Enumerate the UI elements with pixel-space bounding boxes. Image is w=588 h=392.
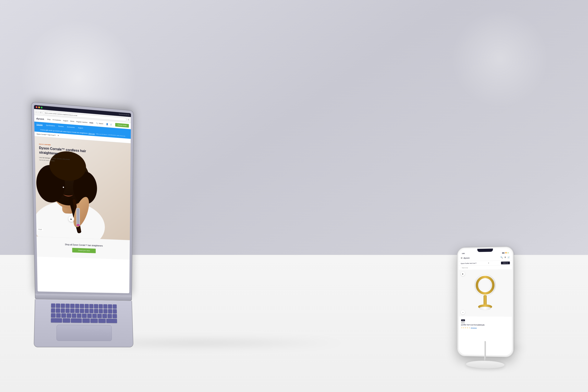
share-icon[interactable]: ⬆ [128, 118, 129, 121]
forward-btn[interactable]: › [38, 111, 38, 114]
key[interactable] [51, 308, 55, 312]
phone-with-stand: 3:05 ▌▌▌ 📶 🔋 ☰ dyson 🔍 ⬆ 🛒 [457, 246, 514, 357]
nav-for-business[interactable]: For business [53, 119, 61, 121]
dropdown-icon[interactable]: ▼ [58, 134, 59, 136]
key[interactable] [66, 304, 70, 308]
key[interactable] [61, 308, 65, 313]
minimize-dot[interactable] [38, 106, 40, 108]
subnav-accessories[interactable]: Accessories [67, 126, 75, 128]
app-product-name: purifier hot+cool formaldehyde [461, 324, 510, 326]
star-2: ★ [463, 327, 464, 329]
nav-deals[interactable]: Deals [90, 122, 93, 124]
key[interactable] [89, 304, 93, 308]
review-count-link[interactable]: 49 Reviews [471, 327, 477, 328]
subnav-reviews[interactable]: Reviews [58, 125, 64, 127]
key[interactable] [90, 318, 98, 323]
choose-model-button[interactable]: Choose model [115, 123, 129, 128]
close-dot[interactable] [36, 106, 38, 108]
key[interactable] [67, 314, 71, 318]
key[interactable] [80, 309, 84, 313]
app-share-icon[interactable]: ⬆ [504, 256, 506, 258]
key[interactable] [77, 314, 81, 318]
svg-point-18 [480, 280, 490, 291]
key[interactable] [98, 304, 103, 308]
promo-link[interactable]: Shop now [88, 132, 95, 134]
key[interactable] [82, 318, 90, 323]
key[interactable] [113, 309, 117, 314]
star-1: ★ [461, 327, 462, 329]
star-3: ★ [465, 327, 466, 329]
new-badge: New [461, 319, 465, 321]
key[interactable] [56, 308, 60, 312]
subnav-specs[interactable]: Specifications [46, 124, 55, 126]
chevron-up-icon: ↑ [461, 267, 462, 268]
breadcrumb-chevron[interactable]: ▾ [488, 262, 489, 264]
nav-search-area[interactable]: 🔍 Search [96, 122, 103, 125]
key[interactable] [84, 304, 88, 308]
key[interactable] [94, 309, 98, 313]
key[interactable] [61, 304, 65, 308]
key[interactable] [70, 308, 74, 313]
key[interactable] [75, 309, 79, 313]
hero-play-button[interactable]: ▶ [68, 216, 74, 222]
key[interactable] [61, 314, 66, 318]
datetime: Tue Oct 28 3:55 PM [119, 114, 129, 116]
maximize-dot[interactable] [41, 106, 42, 108]
choose-colour-button[interactable]: Choose your colour [72, 248, 96, 253]
nav-support[interactable]: Support [63, 120, 68, 122]
key[interactable] [51, 304, 56, 308]
key[interactable] [80, 304, 84, 308]
key[interactable] [99, 309, 103, 313]
scene: Tue Oct 28 3:55 PM ‹ › ↺ dyson.com/en-au… [20, 10, 568, 382]
key[interactable] [63, 318, 70, 323]
spacebar[interactable] [71, 318, 82, 323]
key[interactable] [92, 314, 97, 318]
key[interactable] [112, 304, 116, 309]
subnav-support[interactable]: Support [78, 127, 83, 129]
nav-register[interactable]: Register machine [76, 121, 88, 123]
key[interactable] [82, 314, 87, 318]
key[interactable] [98, 314, 102, 318]
phone-status-icons: ▌▌▌ 📶 🔋 [502, 252, 508, 254]
key[interactable] [112, 314, 117, 318]
laptop-keyboard [34, 299, 134, 347]
back-btn[interactable]: ‹ [36, 111, 37, 113]
touchpad[interactable] [56, 325, 112, 341]
key[interactable] [70, 304, 74, 308]
nav-shop[interactable]: Shop [47, 118, 50, 120]
app-cart-icon[interactable]: 🛒 [508, 256, 510, 258]
nav-stores[interactable]: Stores [70, 120, 74, 122]
app-search-icon[interactable]: 🔍 [500, 256, 503, 258]
key[interactable] [98, 319, 106, 323]
phone-notch [477, 248, 493, 252]
key[interactable] [108, 304, 112, 309]
model-bar-item: Dyson Corrale™ Hair+Cool™ [37, 133, 56, 136]
key[interactable] [85, 309, 89, 313]
keyboard-row-3 [51, 313, 117, 318]
key[interactable] [75, 304, 79, 308]
app-play-button[interactable]: ▶ [461, 272, 465, 276]
key[interactable] [104, 309, 108, 314]
key[interactable] [90, 309, 94, 313]
app-360-button[interactable]: ⟳ [461, 310, 465, 314]
key[interactable] [56, 304, 60, 308]
menu-icon[interactable]: ☰ [461, 257, 462, 259]
key[interactable] [72, 314, 76, 318]
key[interactable] [94, 304, 98, 308]
subnav-overview[interactable]: Overview [36, 123, 42, 126]
key[interactable] [102, 314, 107, 318]
key[interactable] [103, 304, 108, 308]
key[interactable] [108, 314, 112, 318]
account-icon[interactable]: 👤 [106, 123, 108, 126]
key[interactable] [51, 313, 56, 318]
cart-icon[interactable]: 🛒 [110, 123, 112, 126]
keyboard-row-2 [51, 308, 117, 314]
key[interactable] [66, 308, 70, 313]
key[interactable] [56, 313, 61, 318]
key[interactable] [106, 319, 117, 323]
key[interactable] [51, 318, 62, 322]
notify-button[interactable]: Notify me [501, 262, 510, 264]
key[interactable] [87, 314, 92, 318]
key[interactable] [108, 309, 112, 314]
refresh-btn[interactable]: ↺ [40, 111, 42, 114]
